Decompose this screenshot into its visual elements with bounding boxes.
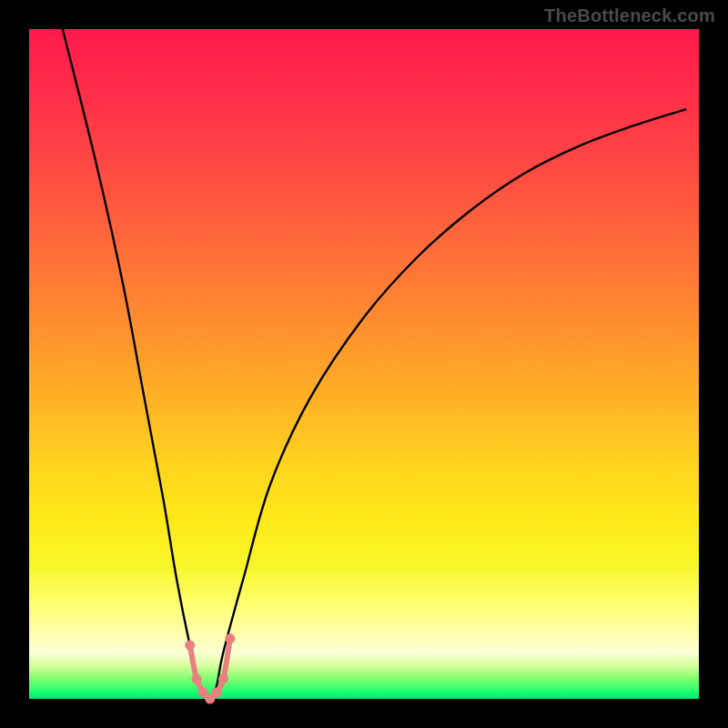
optimal-range-marker <box>218 673 228 683</box>
bottleneck-curve <box>63 29 685 699</box>
optimal-range-markers <box>185 633 235 703</box>
curve-svg <box>29 29 699 699</box>
watermark-text: TheBottleneck.com <box>544 5 715 26</box>
optimal-range-marker <box>225 633 235 643</box>
optimal-range-marker <box>192 673 202 683</box>
optimal-range-marker <box>185 641 195 651</box>
chart-frame: TheBottleneck.com <box>0 0 728 728</box>
optimal-range-marker <box>212 687 222 697</box>
plot-area <box>29 29 699 699</box>
